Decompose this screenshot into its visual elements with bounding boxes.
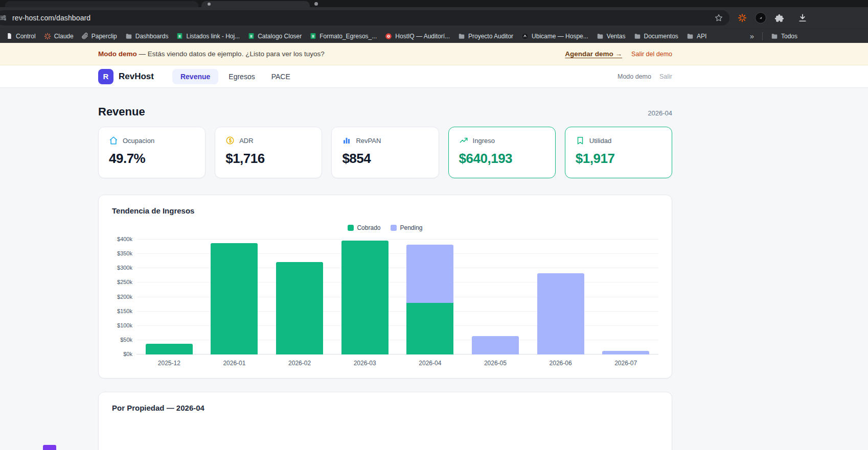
bar-segment-pending — [602, 351, 649, 354]
kpi-value: $640,193 — [459, 151, 545, 167]
kpi-value: 49.7% — [109, 151, 195, 167]
bar-group — [202, 240, 267, 354]
main-nav: RevenueEgresosPACE — [172, 69, 296, 84]
x-axis-label: 2025-12 — [136, 360, 202, 367]
legend-swatch — [348, 225, 354, 231]
x-axis-label: 2026-02 — [267, 360, 332, 367]
x-axis-label: 2026-03 — [332, 360, 398, 367]
demo-banner-bold: Modo demo — [98, 50, 137, 58]
bar-segment-cobrado — [146, 344, 193, 354]
bookmark-item[interactable]: Ventas — [592, 31, 630, 41]
kpi-card-ingreso: Ingreso$640,193 — [448, 127, 556, 178]
bookmark-item[interactable]: Dashboards — [121, 31, 173, 41]
header-salir-link[interactable]: Salir — [659, 73, 672, 80]
bookmark-item[interactable]: Formato_Egresos_... — [306, 31, 381, 41]
bar-chart: $0k$50k$100k$150k$200k$250k$300k$350k$40… — [112, 240, 658, 354]
kpi-label: Utilidad — [589, 137, 611, 145]
mode-label: Modo demo — [618, 73, 651, 80]
bar-segment-cobrado — [406, 303, 453, 354]
sheets-icon — [248, 33, 255, 39]
bookmarks-divider — [762, 32, 763, 40]
kpi-card-utilidad: Utilidad$1,917 — [565, 127, 672, 178]
page-title: Revenue — [98, 105, 145, 119]
bookmark-item[interactable]: Listados link - Hoj... — [172, 31, 244, 41]
bookmark-label: Listados link - Hoj... — [186, 33, 240, 40]
page-icon — [6, 33, 13, 39]
x-axis-label: 2026-01 — [202, 360, 267, 367]
folder-icon — [634, 33, 641, 40]
plot-area — [136, 240, 658, 354]
folder-icon — [125, 33, 132, 40]
downloads-icon[interactable] — [797, 13, 808, 23]
bookmark-item-todos[interactable]: Todos — [767, 31, 802, 41]
url-text[interactable]: rev-host.com/dashboard — [12, 14, 90, 22]
period-label: 2026-04 — [648, 109, 672, 117]
tab-strip — [0, 0, 868, 7]
bookmark-label: Claude — [54, 33, 74, 40]
kpi-card-ocupacion: Ocupacion49.7% — [98, 127, 205, 178]
bookmark-item[interactable]: Control — [2, 31, 40, 41]
bookmark-label: Formato_Egresos_... — [319, 33, 377, 40]
bookmark-star-icon[interactable] — [714, 13, 723, 22]
bookmark-label: API — [697, 33, 706, 40]
y-axis-tick: $150k — [117, 309, 132, 314]
legend-item-pending: Pending — [391, 224, 422, 231]
bookmark-item[interactable]: Proyecto Auditor — [454, 31, 517, 41]
folder-icon — [597, 33, 604, 40]
bookmark-label: Proyecto Auditor — [468, 33, 513, 40]
bar-group — [332, 240, 398, 354]
folder-icon — [687, 33, 694, 40]
extension-starburst-icon[interactable] — [738, 13, 747, 22]
bar-segment-pending — [537, 273, 584, 354]
y-axis: $0k$50k$100k$150k$200k$250k$300k$350k$40… — [112, 240, 136, 354]
legend-swatch — [391, 225, 397, 231]
app-header: R RevHost RevenueEgresosPACE Modo demo S… — [0, 65, 868, 88]
bookmark-item[interactable]: Paperclip — [78, 31, 121, 41]
kpi-value: $1,716 — [225, 151, 311, 167]
kpi-row: Ocupacion49.7%ADR$1,716RevPAN$854Ingreso… — [98, 127, 672, 178]
tab-favicon — [208, 3, 211, 6]
x-axis-label: 2026-06 — [528, 360, 593, 367]
bookmark-item[interactable]: Ubicame — Hospe... — [517, 31, 592, 41]
extensions-puzzle-icon[interactable] — [774, 13, 784, 23]
bookmark-item[interactable]: Documentos — [630, 31, 682, 41]
browser-tab-active[interactable] — [201, 1, 310, 7]
kpi-card-adr: ADR$1,716 — [215, 127, 322, 178]
profile-avatar[interactable] — [755, 12, 766, 23]
bookmark-item[interactable]: Claude — [40, 31, 78, 41]
bookmark-item[interactable]: API — [682, 31, 711, 41]
x-axis-label: 2026-07 — [593, 360, 658, 367]
nav-tab-pace[interactable]: PACE — [265, 69, 296, 84]
salir-del-demo-link[interactable]: Salir del demo — [631, 51, 672, 58]
legend-label: Pending — [400, 224, 422, 231]
paperclip-icon — [82, 33, 88, 39]
bar-segment-pending — [406, 245, 453, 303]
address-bar[interactable]: rev-host.com/dashboard — [0, 10, 729, 26]
agendar-demo-link[interactable]: Agendar demo → — [565, 50, 622, 58]
y-axis-tick: $100k — [117, 323, 132, 328]
nav-tab-egresos[interactable]: Egresos — [222, 69, 261, 84]
bookmark-item[interactable]: Catalogo Closer — [244, 31, 306, 41]
bar-group — [267, 240, 332, 354]
bookmark-label: Control — [16, 33, 36, 40]
bookmarks-overflow-chevron[interactable]: » — [746, 32, 758, 40]
bookmark-item[interactable]: HostIQ — Auditorí... — [381, 31, 454, 41]
y-axis-tick: $200k — [117, 294, 132, 300]
x-axis: 2025-122026-012026-022026-032026-042026-… — [136, 360, 658, 367]
chart-legend: CobradoPending — [112, 224, 658, 231]
y-axis-tick: $0k — [123, 351, 132, 357]
bookmark-label: Dashboards — [135, 33, 169, 40]
chart-title: Tendencia de Ingresos — [112, 206, 658, 215]
hostiq-icon — [385, 33, 392, 40]
new-tab-dot[interactable] — [314, 2, 318, 6]
bar-segment-cobrado — [341, 241, 389, 354]
demo-banner: Modo demo — Estás viendo datos de ejempl… — [0, 43, 868, 65]
site-info-icon[interactable] — [0, 14, 7, 22]
por-propiedad-card: Por Propiedad — 2026-04 — [98, 392, 672, 450]
trend-icon — [459, 136, 468, 145]
kpi-label: Ocupacion — [123, 137, 154, 145]
y-axis-tick: $350k — [117, 251, 132, 256]
bookmark-label: Todos — [781, 33, 797, 40]
browser-tab[interactable] — [5, 1, 198, 7]
nav-tab-revenue[interactable]: Revenue — [172, 69, 218, 84]
